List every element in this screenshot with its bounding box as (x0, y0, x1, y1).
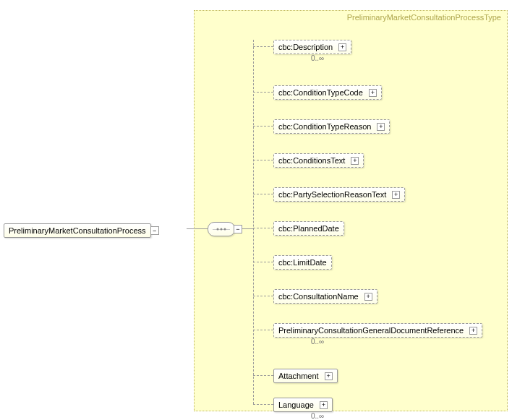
child-element[interactable]: cbc:ConditionsText+ (273, 153, 364, 168)
connector-branch (253, 46, 273, 47)
element-label: cbc:ConditionTypeCode (278, 88, 363, 97)
root-element-label: PreliminaryMarketConsultationProcess (4, 223, 151, 238)
connector-branch (253, 296, 273, 296)
connector-branch (253, 228, 273, 228)
element-label: Language (278, 400, 314, 409)
expand-icon[interactable]: + (469, 327, 477, 335)
collapse-icon[interactable]: − (234, 225, 242, 233)
child-element[interactable]: cbc:ConditionTypeCode+ (273, 85, 382, 100)
child-element[interactable]: cbc:PlannedDate (273, 221, 344, 236)
expand-icon[interactable]: + (325, 372, 333, 380)
element-label: cbc:LimitDate (278, 258, 327, 267)
connector-branch (253, 375, 273, 376)
sequence-compositor[interactable] (208, 222, 235, 236)
connector-branch (253, 160, 273, 160)
element-label: PreliminaryConsultationGeneralDocumentRe… (278, 326, 464, 335)
connector-branch (253, 126, 273, 127)
collapse-icon[interactable]: − (150, 226, 159, 235)
connector-branch (253, 92, 273, 93)
connector-branch (253, 330, 273, 330)
connector-branch (253, 262, 273, 262)
element-label: cbc:PartySelectionReasonText (278, 190, 386, 199)
element-label: Attachment (278, 372, 319, 380)
child-element[interactable]: Attachment+ (273, 369, 338, 383)
connector-branch (253, 194, 273, 194)
child-element[interactable]: PreliminaryConsultationGeneralDocumentRe… (273, 323, 482, 338)
connector-line (187, 228, 194, 229)
cardinality-label: 0..∞ (311, 412, 324, 420)
element-label: cbc:Description (278, 43, 333, 51)
child-element[interactable]: cbc:ConditionTypeReason+ (273, 119, 390, 134)
element-label: cbc:ConditionsText (278, 156, 345, 165)
element-label: cbc:ConsultationName (278, 292, 359, 301)
expand-icon[interactable]: + (377, 123, 385, 131)
type-label: PreliminaryMarketConsultationProcessType (347, 13, 501, 22)
connector-line (242, 228, 253, 229)
expand-icon[interactable]: + (392, 191, 400, 199)
expand-icon[interactable]: + (338, 43, 346, 51)
child-element[interactable]: cbc:LimitDate (273, 255, 332, 270)
child-element[interactable]: cbc:PartySelectionReasonText+ (273, 187, 405, 202)
root-element[interactable]: PreliminaryMarketConsultationProcess − (4, 223, 159, 238)
expand-icon[interactable]: + (351, 157, 359, 165)
expand-icon[interactable]: + (364, 293, 372, 301)
child-element[interactable]: Language+ (273, 398, 333, 412)
child-element[interactable]: cbc:ConsultationName+ (273, 289, 377, 304)
connector-line (194, 228, 208, 229)
connector-branch (253, 404, 273, 405)
type-container: PreliminaryMarketConsultationProcessType (194, 10, 508, 411)
element-label: cbc:ConditionTypeReason (278, 122, 371, 131)
cardinality-label: 0..∞ (311, 338, 324, 346)
connector-spine (253, 40, 254, 404)
element-label: cbc:PlannedDate (278, 224, 339, 233)
cardinality-label: 0..∞ (311, 54, 324, 62)
child-element[interactable]: cbc:Description+ (273, 40, 351, 54)
expand-icon[interactable]: + (320, 401, 328, 409)
expand-icon[interactable]: + (369, 89, 377, 97)
